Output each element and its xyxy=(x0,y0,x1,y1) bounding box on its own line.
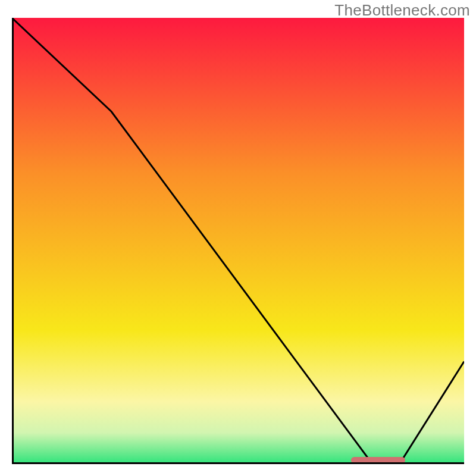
x-axis xyxy=(12,462,464,464)
watermark-text: TheBottleneck.com xyxy=(334,1,470,20)
curve-layer xyxy=(12,18,464,464)
bottleneck-curve xyxy=(12,18,464,462)
y-axis xyxy=(12,18,14,464)
plot-area xyxy=(12,18,464,464)
chart-stage: TheBottleneck.com xyxy=(0,0,476,476)
